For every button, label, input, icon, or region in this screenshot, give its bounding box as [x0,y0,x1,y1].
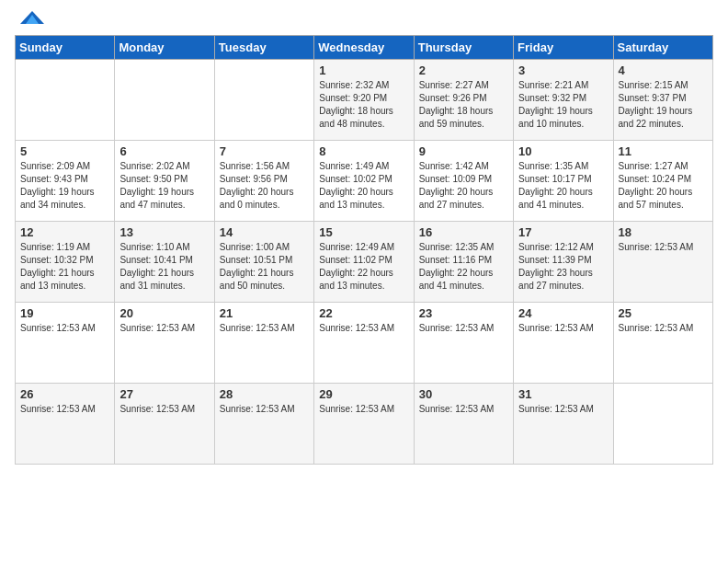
day-cell: 25Sunrise: 12:53 AM [613,303,712,384]
day-info: Sunrise: 12:35 AM Sunset: 11:16 PM Dayli… [419,241,508,293]
day-info: Sunrise: 12:53 AM [319,322,408,335]
day-info: Sunrise: 12:53 AM [619,322,708,335]
day-number: 14 [220,225,309,239]
day-cell: 13Sunrise: 1:10 AM Sunset: 10:41 PM Dayl… [115,222,214,303]
day-info: Sunrise: 1:10 AM Sunset: 10:41 PM Daylig… [119,241,209,293]
day-cell: 2Sunrise: 2:27 AM Sunset: 9:26 PM Daylig… [414,60,513,141]
day-cell: 1Sunrise: 2:32 AM Sunset: 9:20 PM Daylig… [314,60,414,141]
col-header-sunday: Sunday [16,36,115,60]
day-number: 10 [518,144,608,158]
day-cell: 8Sunrise: 1:49 AM Sunset: 10:02 PM Dayli… [314,141,414,222]
day-number: 12 [20,225,109,239]
day-cell: 17Sunrise: 12:12 AM Sunset: 11:39 PM Day… [514,222,613,303]
day-number: 21 [220,306,309,320]
day-info: Sunrise: 2:32 AM Sunset: 9:20 PM Dayligh… [319,79,408,131]
day-number: 5 [20,144,109,158]
day-cell: 9Sunrise: 1:42 AM Sunset: 10:09 PM Dayli… [414,141,513,222]
day-info: Sunrise: 12:53 AM [518,322,608,335]
day-info: Sunrise: 1:56 AM Sunset: 9:56 PM Dayligh… [220,160,309,212]
col-header-friday: Friday [514,36,613,60]
day-cell: 20Sunrise: 12:53 AM [115,303,214,384]
day-cell: 23Sunrise: 12:53 AM [414,303,513,384]
day-info: Sunrise: 12:53 AM [518,403,608,416]
day-cell: 3Sunrise: 2:21 AM Sunset: 9:32 PM Daylig… [514,60,613,141]
day-number: 16 [419,225,508,239]
day-number: 26 [20,387,109,401]
week-row-3: 12Sunrise: 1:19 AM Sunset: 10:32 PM Dayl… [16,222,713,303]
day-number: 18 [619,225,708,239]
day-info: Sunrise: 1:00 AM Sunset: 10:51 PM Daylig… [220,241,309,293]
header [15,9,713,31]
day-cell: 31Sunrise: 12:53 AM [514,384,613,465]
day-info: Sunrise: 12:53 AM [619,241,708,254]
day-cell: 4Sunrise: 2:15 AM Sunset: 9:37 PM Daylig… [613,60,712,141]
day-cell [115,60,214,141]
day-number: 6 [119,144,209,158]
day-info: Sunrise: 12:53 AM [419,322,508,335]
day-number: 13 [119,225,209,239]
day-cell: 16Sunrise: 12:35 AM Sunset: 11:16 PM Day… [414,222,513,303]
day-number: 4 [619,63,708,77]
week-row-1: 1Sunrise: 2:32 AM Sunset: 9:20 PM Daylig… [16,60,713,141]
day-cell: 22Sunrise: 12:53 AM [314,303,414,384]
col-header-monday: Monday [115,36,214,60]
week-row-2: 5Sunrise: 2:09 AM Sunset: 9:43 PM Daylig… [16,141,713,222]
day-number: 9 [419,144,508,158]
col-header-thursday: Thursday [414,36,513,60]
day-number: 7 [220,144,309,158]
day-number: 20 [119,306,209,320]
day-info: Sunrise: 12:12 AM Sunset: 11:39 PM Dayli… [518,241,608,293]
day-info: Sunrise: 1:49 AM Sunset: 10:02 PM Daylig… [319,160,408,212]
day-number: 8 [319,144,408,158]
day-cell: 29Sunrise: 12:53 AM [314,384,414,465]
day-info: Sunrise: 2:09 AM Sunset: 9:43 PM Dayligh… [20,160,109,212]
col-header-tuesday: Tuesday [214,36,313,60]
day-cell: 14Sunrise: 1:00 AM Sunset: 10:51 PM Dayl… [214,222,313,303]
day-cell: 11Sunrise: 1:27 AM Sunset: 10:24 PM Dayl… [613,141,712,222]
day-number: 3 [518,63,608,77]
day-info: Sunrise: 1:42 AM Sunset: 10:09 PM Daylig… [419,160,508,212]
day-info: Sunrise: 1:27 AM Sunset: 10:24 PM Daylig… [619,160,708,212]
week-row-4: 19Sunrise: 12:53 AM20Sunrise: 12:53 AM21… [16,303,713,384]
day-number: 29 [319,387,408,401]
logo [15,9,46,31]
day-cell [214,60,313,141]
col-header-wednesday: Wednesday [314,36,414,60]
day-cell: 19Sunrise: 12:53 AM [16,303,115,384]
day-cell: 6Sunrise: 2:02 AM Sunset: 9:50 PM Daylig… [115,141,214,222]
day-number: 23 [419,306,508,320]
day-cell: 28Sunrise: 12:53 AM [214,384,313,465]
day-info: Sunrise: 12:53 AM [119,403,209,416]
day-cell: 12Sunrise: 1:19 AM Sunset: 10:32 PM Dayl… [16,222,115,303]
day-cell: 18Sunrise: 12:53 AM [613,222,712,303]
calendar-body: 1Sunrise: 2:32 AM Sunset: 9:20 PM Daylig… [16,60,713,465]
calendar-header: SundayMondayTuesdayWednesdayThursdayFrid… [16,36,713,60]
day-cell [613,384,712,465]
day-info: Sunrise: 12:53 AM [319,403,408,416]
day-cell: 21Sunrise: 12:53 AM [214,303,313,384]
day-info: Sunrise: 12:53 AM [220,322,309,335]
day-cell [16,60,115,141]
day-info: Sunrise: 12:53 AM [419,403,508,416]
day-info: Sunrise: 12:53 AM [119,322,209,335]
day-number: 30 [419,387,508,401]
day-info: Sunrise: 12:53 AM [20,403,109,416]
day-info: Sunrise: 1:35 AM Sunset: 10:17 PM Daylig… [518,160,608,212]
day-cell: 26Sunrise: 12:53 AM [16,384,115,465]
day-number: 1 [319,63,408,77]
page: SundayMondayTuesdayWednesdayThursdayFrid… [0,0,728,563]
day-number: 15 [319,225,408,239]
day-cell: 27Sunrise: 12:53 AM [115,384,214,465]
day-info: Sunrise: 1:19 AM Sunset: 10:32 PM Daylig… [20,241,109,293]
day-number: 2 [419,63,508,77]
day-cell: 15Sunrise: 12:49 AM Sunset: 11:02 PM Day… [314,222,414,303]
day-number: 28 [220,387,309,401]
day-cell: 24Sunrise: 12:53 AM [514,303,613,384]
day-cell: 7Sunrise: 1:56 AM Sunset: 9:56 PM Daylig… [214,141,313,222]
day-number: 24 [518,306,608,320]
day-info: Sunrise: 2:27 AM Sunset: 9:26 PM Dayligh… [419,79,508,131]
day-info: Sunrise: 12:53 AM [220,403,309,416]
day-number: 31 [518,387,608,401]
calendar-table: SundayMondayTuesdayWednesdayThursdayFrid… [15,35,713,465]
day-number: 19 [20,306,109,320]
